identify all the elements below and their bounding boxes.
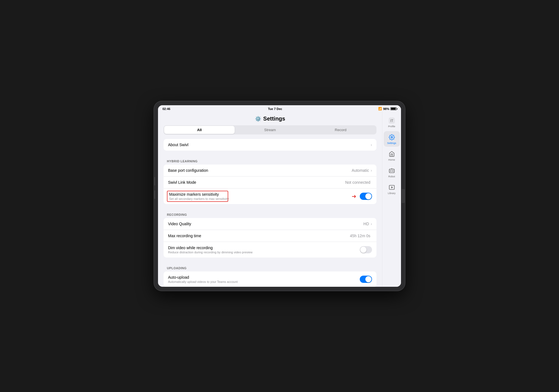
markers-label: Maximize markers sensitivity Set all sec… [168, 192, 360, 200]
swivl-link-value: Not connected [345, 180, 370, 185]
battery-fill [391, 108, 396, 110]
tablet-shell: 02:46 Tue 7 Dec 📶 98% ⚙️ Settings [154, 101, 405, 291]
settings-row-base-port[interactable]: Base port configuration Automatic › [164, 165, 376, 177]
video-quality-label: Video Quality [168, 222, 363, 226]
auto-upload-label: Auto-upload Automatically upload videos … [168, 275, 360, 283]
profile-icon: IT [388, 117, 396, 124]
max-recording-value: 45h 12m 0s [350, 234, 370, 238]
base-port-label: Base port configuration [168, 168, 352, 173]
battery-percentage: 98% [383, 107, 389, 111]
markers-toggle-knob [365, 193, 371, 199]
auto-upload-subtitle: Automatically upload videos to your Team… [168, 280, 360, 283]
settings-icon [388, 133, 396, 141]
settings-row-auto-upload: Auto-upload Automatically upload videos … [164, 271, 376, 287]
settings-row-about[interactable]: About Swivl › [164, 139, 376, 151]
swivl-link-label: Swivl Link Mode [168, 180, 345, 185]
hybrid-header: HYBRID LEARNING [164, 156, 376, 165]
settings-card-recording: Video Quality HD › Max recording time 45… [164, 218, 376, 258]
auto-upload-title: Auto-upload [168, 275, 360, 280]
svg-rect-2 [389, 169, 394, 173]
max-recording-label: Max recording time [168, 234, 350, 238]
markers-title: Maximize markers sensitivity [169, 192, 360, 197]
video-quality-title: Video Quality [168, 222, 363, 226]
tab-record[interactable]: Record [305, 126, 376, 134]
auto-upload-toggle-knob [365, 276, 371, 282]
svg-marker-7 [391, 186, 393, 188]
profile-label: Profile [388, 125, 395, 128]
home-button[interactable] [402, 189, 405, 203]
tab-stream[interactable]: Stream [235, 126, 305, 134]
volume-down-button [154, 190, 155, 199]
settings-card-hybrid: Base port configuration Automatic › Swiv… [164, 165, 376, 204]
home-label: Home [388, 158, 395, 161]
markers-subtitle: Set all secondary markers to max sensiti… [169, 197, 360, 200]
status-date: Tue 7 Dec [268, 107, 282, 111]
library-icon [388, 183, 396, 191]
tab-all[interactable]: All [164, 126, 235, 134]
sidebar-item-profile[interactable]: IT Profile [384, 114, 400, 130]
sidebar-item-settings[interactable]: Settings [384, 131, 400, 147]
video-quality-chevron: › [371, 222, 372, 226]
dim-video-subtitle: Reduce distraction during recording by d… [168, 251, 360, 254]
svg-text:IT: IT [390, 119, 393, 123]
tablet-screen: 02:46 Tue 7 Dec 📶 98% ⚙️ Settings [158, 105, 401, 287]
settings-card-general: About Swivl › [164, 139, 376, 151]
settings-row-swivl-link: Swivl Link Mode Not connected [164, 177, 376, 188]
settings-row-max-recording: Max recording time 45h 12m 0s [164, 230, 376, 242]
settings-row-markers-sensitivity: Maximize markers sensitivity Set all sec… [164, 188, 376, 204]
swivl-link-title: Swivl Link Mode [168, 180, 345, 185]
page-title-row: ⚙️ Settings [164, 112, 376, 125]
base-port-chevron: › [371, 168, 372, 173]
hybrid-section: HYBRID LEARNING Base port configuration … [164, 156, 376, 204]
wifi-icon: 📶 [378, 107, 382, 111]
robot-label: Robot [388, 175, 395, 178]
status-bar: 02:46 Tue 7 Dec 📶 98% [158, 105, 401, 112]
recording-header: RECORDING [164, 210, 376, 218]
uploading-section: UPLOADING Auto-upload Automatically uplo… [164, 263, 376, 287]
about-chevron: › [371, 143, 372, 147]
svg-point-5 [392, 168, 392, 169]
base-port-title: Base port configuration [168, 168, 352, 173]
robot-icon [388, 167, 396, 175]
svg-point-4 [392, 170, 393, 171]
status-time: 02:46 [162, 107, 170, 111]
settings-label: Settings [387, 142, 396, 144]
video-quality-value: HD [363, 222, 369, 226]
dim-video-toggle-knob [360, 247, 366, 253]
max-recording-title: Max recording time [168, 234, 350, 238]
about-title: About Swivl [168, 143, 371, 147]
status-right: 📶 98% [378, 107, 397, 111]
uploading-header: UPLOADING [164, 263, 376, 271]
settings-gear-icon: ⚙️ [255, 116, 261, 122]
dim-video-label: Dim video while recording Reduce distrac… [168, 246, 360, 254]
tab-bar: All Stream Record [164, 125, 376, 134]
settings-card-uploading: Auto-upload Automatically upload videos … [164, 271, 376, 287]
volume-up-button [154, 177, 155, 185]
recording-section: RECORDING Video Quality HD › [164, 210, 376, 258]
settings-row-video-quality[interactable]: Video Quality HD › [164, 218, 376, 230]
auto-upload-toggle[interactable] [360, 276, 372, 283]
main-content: ⚙️ Settings All Stream Record [158, 112, 382, 287]
home-icon [388, 150, 396, 158]
dim-video-toggle[interactable] [360, 246, 372, 253]
settings-row-dim-video: Dim video while recording Reduce distrac… [164, 242, 376, 258]
dim-video-title: Dim video while recording [168, 246, 360, 250]
about-label: About Swivl [168, 143, 371, 147]
sidebar-item-home[interactable]: Home [384, 148, 400, 163]
page-title: Settings [263, 116, 285, 122]
sidebar-item-library[interactable]: Library [384, 181, 400, 197]
content-area: ⚙️ Settings All Stream Record [158, 112, 401, 287]
base-port-value: Automatic [352, 168, 369, 173]
sidebar-item-robot[interactable]: Robot [384, 165, 400, 180]
library-label: Library [388, 192, 396, 195]
sidebar: IT Profile Settings [382, 112, 401, 287]
svg-point-3 [390, 170, 391, 171]
red-arrow-icon: ➜ [352, 193, 356, 200]
markers-toggle[interactable] [360, 193, 372, 200]
battery-icon [390, 107, 397, 110]
